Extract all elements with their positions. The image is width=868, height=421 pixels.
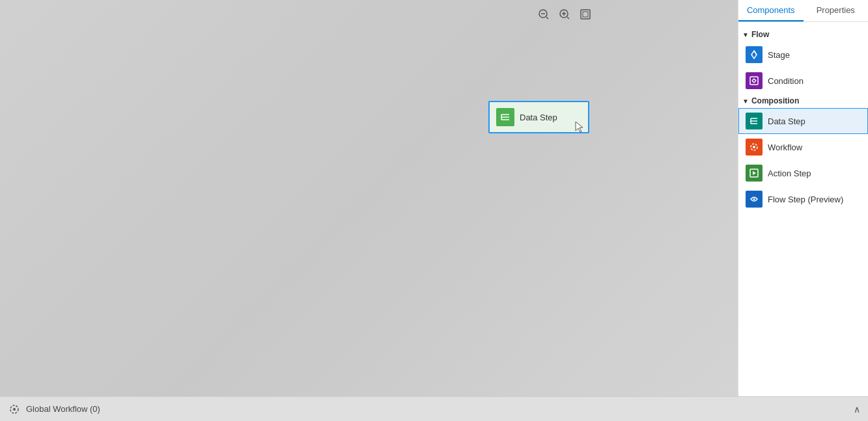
canvas-node-label: Data Step <box>520 113 557 122</box>
condition-icon <box>746 72 763 89</box>
fit-screen-button[interactable] <box>576 5 595 23</box>
component-item-data-step[interactable]: Data Step <box>738 108 868 134</box>
collapse-button[interactable]: ∧ <box>854 404 860 414</box>
tab-properties[interactable]: Properties <box>804 0 869 21</box>
component-item-workflow[interactable]: Workflow <box>738 134 868 160</box>
action-step-label: Action Step <box>768 169 811 178</box>
global-workflow-label: Global Workflow (0) <box>26 404 848 414</box>
svg-marker-14 <box>751 51 757 59</box>
zoom-out-button[interactable] <box>535 5 553 23</box>
composition-arrow-icon: ▼ <box>742 98 749 105</box>
workflow-label: Workflow <box>768 143 802 152</box>
flow-section-label: Flow <box>751 30 769 39</box>
canvas-area[interactable]: Data Step <box>0 0 738 396</box>
main-area: Data Step Components Properties ▼ Flow <box>0 0 868 396</box>
flow-step-label: Flow Step (Preview) <box>768 195 843 204</box>
section-flow-header[interactable]: ▼ Flow <box>738 27 868 42</box>
stage-icon <box>746 46 763 63</box>
stage-label: Stage <box>768 50 790 60</box>
workflow-icon <box>746 139 763 156</box>
component-item-action-step[interactable]: Action Step <box>738 160 868 186</box>
right-panel: Components Properties ▼ Flow Stage <box>738 0 868 396</box>
svg-point-31 <box>13 408 16 411</box>
svg-point-29 <box>753 198 755 200</box>
data-step-icon <box>746 113 763 129</box>
data-step-label: Data Step <box>768 116 805 126</box>
canvas-toolbar <box>535 5 595 23</box>
canvas-data-step-node[interactable]: Data Step <box>488 101 589 133</box>
svg-line-20 <box>754 81 756 83</box>
condition-label: Condition <box>768 76 804 86</box>
svg-line-18 <box>754 79 756 81</box>
action-step-icon <box>746 165 763 182</box>
bottom-bar: Global Workflow (0) ∧ <box>0 396 868 421</box>
flow-step-icon <box>746 191 763 208</box>
panel-tabs: Components Properties <box>738 0 868 22</box>
canvas-node-icon <box>496 108 514 126</box>
svg-line-15 <box>754 51 757 55</box>
tab-components[interactable]: Components <box>738 0 804 21</box>
svg-rect-7 <box>581 10 590 19</box>
component-item-flow-step[interactable]: Flow Step (Preview) <box>738 186 868 212</box>
section-composition-header[interactable]: ▼ Composition <box>738 94 868 108</box>
svg-marker-28 <box>753 171 756 175</box>
component-item-stage[interactable]: Stage <box>738 42 868 68</box>
global-workflow-icon <box>8 403 21 416</box>
svg-rect-8 <box>583 12 588 17</box>
svg-line-2 <box>546 17 548 19</box>
svg-rect-16 <box>750 77 758 85</box>
zoom-in-button[interactable] <box>555 5 574 23</box>
panel-content: ▼ Flow Stage <box>738 22 868 396</box>
svg-point-26 <box>753 146 755 148</box>
composition-section-label: Composition <box>751 96 799 105</box>
component-item-condition[interactable]: Condition <box>738 68 868 94</box>
flow-arrow-icon: ▼ <box>742 31 749 38</box>
svg-line-6 <box>567 17 569 19</box>
